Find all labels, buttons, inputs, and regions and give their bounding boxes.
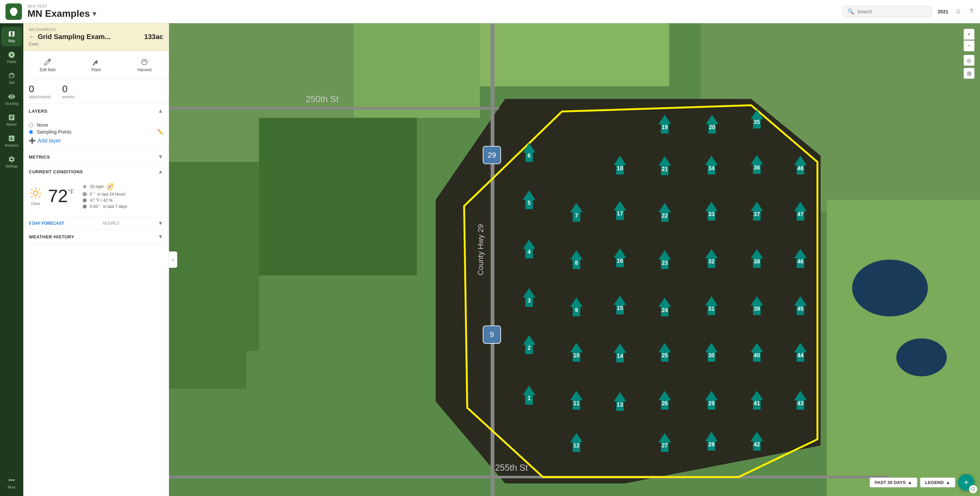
svg-text:6: 6 — [527, 152, 530, 159]
sidebar-item-more[interactable]: ••• More — [2, 474, 22, 493]
humidity-detail: 47 °F / 42 % — [82, 198, 127, 203]
field-header: MN EXAMPLES ← Grid Sampling Exam... 133a… — [23, 23, 169, 51]
sidebar-collapse-button[interactable]: ‹ — [169, 252, 177, 268]
back-button[interactable]: ← — [29, 33, 35, 40]
svg-text:255th St: 255th St — [495, 463, 528, 472]
sidebar-item-settings[interactable]: Settings — [2, 152, 22, 172]
field-acres: 133ac — [144, 33, 163, 41]
header-title: MN Examples ▾ — [27, 8, 843, 19]
weather-history-header[interactable]: WEATHER HISTORY ▼ — [23, 230, 169, 244]
zoom-in-button[interactable]: + — [964, 29, 975, 40]
nav-more-label: More — [8, 485, 16, 489]
nav-map-label: Map — [8, 39, 15, 43]
metrics-section-header[interactable]: METRICS ▼ — [23, 150, 169, 164]
svg-text:23: 23 — [662, 260, 668, 266]
nav-analytics-label: Analytics — [5, 144, 19, 147]
layers-section-header[interactable]: LAYERS ▲ — [23, 104, 169, 118]
plant-button[interactable]: Plant — [72, 55, 120, 75]
sidebar-item-scouting[interactable]: Scouting — [2, 89, 22, 109]
search-input[interactable] — [857, 9, 928, 14]
svg-text:12: 12 — [573, 442, 579, 449]
svg-rect-19 — [169, 276, 247, 389]
svg-line-6 — [31, 189, 33, 190]
weather-icon-area: Clear — [29, 186, 43, 206]
conditions-section-header[interactable]: CURRENT CONDITIONS ▲ — [23, 165, 169, 179]
svg-line-9 — [39, 189, 40, 190]
user-icon-button[interactable]: ☺ — [954, 6, 963, 16]
map-background[interactable]: 250th St 255th St County Hwy 29 29 9 1 2… — [169, 23, 980, 496]
svg-text:22: 22 — [662, 212, 668, 219]
hourly-forecast-tab[interactable]: HOURLY — [102, 221, 119, 226]
svg-text:13: 13 — [617, 401, 623, 408]
sidebar-item-fields[interactable]: Fields — [2, 48, 22, 67]
svg-text:39: 39 — [754, 306, 760, 312]
header-title-area: BEN TEST MN Examples ▾ — [27, 4, 843, 19]
harvest-button[interactable]: Harvest — [120, 55, 169, 75]
nav-settings-label: Settings — [5, 165, 18, 168]
svg-text:29: 29 — [708, 400, 714, 407]
app-logo — [5, 3, 22, 20]
layer-sampling-option[interactable]: Sampling Points — [29, 129, 71, 135]
header-subtitle: BEN TEST — [27, 4, 843, 8]
svg-text:5: 5 — [527, 200, 530, 206]
sidebar-item-analytics[interactable]: Analytics — [2, 131, 22, 151]
forecast-tabs: 5 DAY FORECAST HOURLY ▼ — [23, 217, 169, 229]
map-svg: 250th St 255th St County Hwy 29 29 9 1 2… — [169, 23, 980, 496]
temperature-display: 72 °F — [48, 185, 74, 206]
year-badge: 2021 — [937, 9, 948, 14]
add-layer-button[interactable]: ➕ Add layer — [29, 135, 163, 145]
map-area: ‹ — [169, 23, 980, 496]
layers-content: None Sampling Points ✏️ ➕ Add layer — [23, 118, 169, 149]
wind-detail: 20 mph 🧭 — [82, 183, 127, 190]
edit-field-button[interactable]: Edit field — [23, 55, 72, 75]
svg-text:41: 41 — [754, 400, 760, 407]
map-info-button[interactable]: ⓘ — [969, 485, 977, 493]
svg-rect-15 — [259, 118, 417, 276]
layer-none-option[interactable]: None — [29, 121, 163, 129]
svg-text:36: 36 — [754, 165, 760, 171]
add-layer-plus-icon: ➕ — [29, 137, 36, 144]
svg-text:2: 2 — [527, 345, 530, 351]
left-nav: Map Fields Soil Scouting Advice Analytic… — [0, 23, 23, 496]
svg-point-32 — [896, 338, 947, 376]
svg-text:7: 7 — [575, 212, 578, 219]
measure-button[interactable]: ⊞ — [964, 68, 975, 79]
svg-text:35: 35 — [754, 119, 760, 125]
sidebar-item-soil[interactable]: Soil — [2, 68, 22, 88]
svg-text:9: 9 — [490, 330, 494, 339]
temperature-value: 72 — [48, 185, 68, 206]
help-icon-button[interactable]: ? — [968, 6, 975, 16]
svg-text:4: 4 — [527, 249, 531, 255]
events-stat: 0 events — [62, 84, 74, 99]
field-parent-name: MN EXAMPLES — [29, 27, 163, 32]
legend-label: LEGEND — [925, 480, 943, 485]
conditions-section: CURRENT CONDITIONS ▲ — [23, 165, 169, 230]
sidebar-item-advice[interactable]: Advice — [2, 110, 22, 130]
five-day-forecast-tab[interactable]: 5 DAY FORECAST — [29, 221, 64, 226]
locate-button[interactable]: ◎ — [964, 55, 975, 66]
search-box[interactable]: 🔍 — [843, 6, 932, 17]
svg-text:32: 32 — [708, 258, 714, 265]
map-bottom-bar: PAST 30 DAYS ▲ LEGEND ▲ + — [870, 474, 975, 491]
zoom-out-button[interactable]: − — [964, 40, 975, 51]
wind-speed: 20 mph — [90, 184, 103, 189]
svg-text:21: 21 — [662, 166, 668, 172]
field-name: Grid Sampling Exam... — [38, 33, 110, 41]
main-content: Map Fields Soil Scouting Advice Analytic… — [0, 23, 980, 496]
field-name-row: ← Grid Sampling Exam... 133ac — [29, 33, 163, 41]
svg-rect-13 — [480, 23, 669, 86]
layer-sampling-radio[interactable] — [29, 130, 33, 134]
svg-text:43: 43 — [797, 400, 803, 407]
layer-none-radio[interactable] — [29, 123, 33, 127]
svg-text:14: 14 — [617, 353, 624, 359]
sidebar-item-map[interactable]: Map — [2, 27, 22, 46]
field-actions: Edit field Plant Harvest — [23, 51, 169, 79]
svg-point-1 — [33, 191, 38, 195]
sampling-edit-icon[interactable]: ✏️ — [158, 129, 163, 135]
legend-button[interactable]: LEGEND ▲ — [920, 477, 955, 487]
search-icon: 🔍 — [847, 8, 854, 15]
svg-text:11: 11 — [573, 400, 579, 407]
nav-advice-label: Advice — [6, 123, 17, 127]
title-chevron-icon[interactable]: ▾ — [92, 10, 96, 18]
past-days-button[interactable]: PAST 30 DAYS ▲ — [870, 477, 917, 487]
